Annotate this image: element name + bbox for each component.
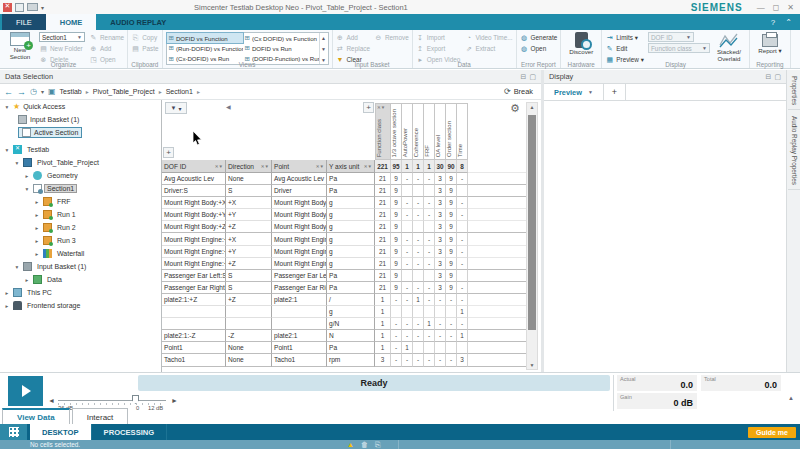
slider-right-arrow-icon[interactable]: ► [171,397,178,404]
view-item[interactable]: ⊞DOFID vs Function [167,33,243,43]
count-cell[interactable]: - [457,233,468,245]
count-cell[interactable] [446,342,457,354]
break-button[interactable]: ⟳ Break [504,87,537,96]
count-cell[interactable]: 9 [391,197,402,209]
count-cell[interactable]: 9 [391,185,402,197]
tree-item-geometry[interactable]: ▸Geometry [0,169,161,182]
generate-button[interactable]: ◍Generate [520,32,558,43]
breadcrumb-item[interactable]: Pivot_Table_Project [93,88,155,95]
tab-view-data[interactable]: View Data [2,408,70,425]
count-cell[interactable]: 3 [457,354,468,366]
column-field-function-class[interactable]: ✕▼Function class [375,103,391,160]
table-row[interactable]: Tacho1NoneTacho1rpm3------3 [162,354,532,366]
count-cell[interactable]: 1 [402,342,413,354]
count-cell[interactable] [435,306,446,318]
count-cell[interactable]: - [424,294,435,306]
count-cell[interactable]: - [457,282,468,294]
count-cell[interactable]: - [402,173,413,185]
count-cell[interactable]: 9 [446,185,457,197]
expander-icon[interactable]: ▸ [34,238,40,244]
table-row[interactable]: Mount Right Body:+Y+YMount Right Bodyg21… [162,209,532,221]
filter-button[interactable]: ▼▾ [165,102,187,114]
panel-pin-icon[interactable]: ⊟ [521,73,527,81]
close-button[interactable]: ✕ [787,3,794,12]
count-cell[interactable] [391,306,402,318]
warning-icon[interactable]: ▲ [347,441,354,448]
expander-icon[interactable]: ▸ [4,303,10,309]
count-cell[interactable] [457,342,468,354]
add-column-field-button[interactable]: + [363,102,374,113]
scrollbar-thumb[interactable] [528,115,536,330]
count-cell[interactable]: - [457,173,468,185]
count-cell[interactable]: - [402,209,413,221]
tab-audio-replay[interactable]: AUDIO REPLAY [96,14,180,30]
count-cell[interactable] [446,306,457,318]
count-cell[interactable]: - [413,330,424,342]
count-cell[interactable]: 1 [375,294,391,306]
forward-icon[interactable]: → [17,87,26,97]
count-cell[interactable]: - [391,318,402,330]
count-cell[interactable]: - [402,233,413,245]
count-cell[interactable]: 3 [435,233,446,245]
count-cell[interactable]: 1 [457,306,468,318]
count-cell[interactable]: - [457,246,468,258]
minimize-button[interactable]: — [757,3,765,12]
column-field-order-section[interactable]: Order section [446,103,457,160]
view-item[interactable]: ⊞(Cx DOFID) vs Function [243,33,319,43]
expander-icon[interactable]: ▾ [4,147,10,153]
table-row[interactable]: Point1NonePoint1Pa1-1 [162,342,532,354]
count-cell[interactable]: 1 [375,318,391,330]
count-cell[interactable]: 9 [391,246,402,258]
count-cell[interactable] [413,221,424,233]
count-cell[interactable]: 1 [375,330,391,342]
count-cell[interactable]: 9 [446,209,457,221]
count-cell[interactable]: 3 [435,185,446,197]
collapse-ribbon-icon[interactable]: ⌃ [785,18,792,27]
count-cell[interactable]: - [413,258,424,270]
count-cell[interactable]: 21 [375,173,391,185]
slider-track[interactable] [58,400,166,401]
tab-interact[interactable]: Interact [72,408,129,425]
panel-maximize-icon[interactable]: ▢ [774,73,781,81]
tree-item-testlab[interactable]: ▾Testlab [0,143,161,156]
breadcrumb-item[interactable]: Section1 [166,88,193,95]
count-cell[interactable] [457,270,468,282]
tree-item-input-basket-1-[interactable]: ▾Input Basket (1) [0,260,161,273]
computer-icon[interactable]: ▣ [48,87,56,96]
count-cell[interactable]: - [446,330,457,342]
count-cell[interactable]: 9 [391,221,402,233]
count-cell[interactable]: - [413,318,424,330]
tab-file[interactable]: FILE [2,14,46,30]
count-cell[interactable] [402,221,413,233]
count-cell[interactable]: 3 [435,282,446,294]
count-cell[interactable]: 9 [391,282,402,294]
count-cell[interactable]: - [402,197,413,209]
scroll-up-icon[interactable]: ▲ [320,33,328,44]
count-cell[interactable] [424,270,435,282]
count-cell[interactable]: - [402,294,413,306]
tree-item-waterfall[interactable]: ▸Waterfall [0,247,161,260]
count-cell[interactable]: - [402,258,413,270]
discover-button[interactable]: Discover [564,31,598,60]
table-row[interactable]: Mount Right Engine:+Y+YMount Right Engin… [162,246,532,258]
expander-icon[interactable]: ▸ [34,225,40,231]
count-cell[interactable]: - [424,258,435,270]
count-cell[interactable]: 1 [375,342,391,354]
column-field-1-3-octave-section[interactable]: 1/3 octave section [391,103,402,160]
save-icon[interactable] [15,3,24,12]
restore-button[interactable]: Restore [794,31,800,60]
tree-item-pivot-table-project[interactable]: ▾Pivot_Table_Project [0,156,161,169]
count-cell[interactable]: 21 [375,197,391,209]
scroll-up-icon[interactable]: ▲ [527,104,537,110]
side-tab-audio-replay-properties[interactable]: Audio Replay Properties [788,112,800,190]
count-cell[interactable]: 9 [391,209,402,221]
count-cell[interactable] [435,342,446,354]
count-cell[interactable]: - [424,330,435,342]
count-cell[interactable]: - [424,197,435,209]
scroll-down-icon[interactable]: ▼ [320,44,328,55]
count-cell[interactable]: - [391,342,402,354]
count-cell[interactable]: 3 [435,197,446,209]
row-field-point[interactable]: Point✕▼ [272,160,327,173]
tree-item-this-pc[interactable]: ▸This PC [0,286,161,299]
count-cell[interactable]: 9 [391,173,402,185]
